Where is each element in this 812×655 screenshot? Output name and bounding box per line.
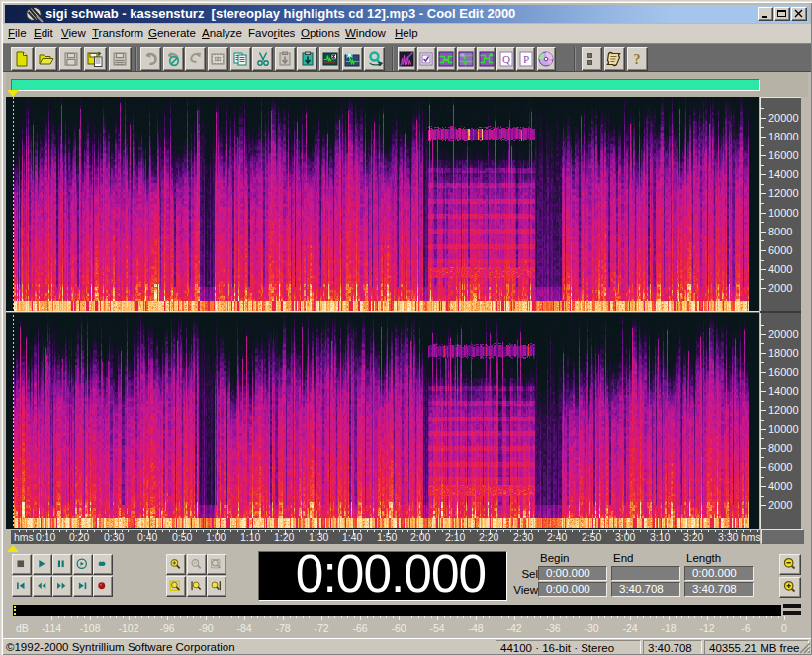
svg-text:P: P <box>523 53 529 65</box>
svg-text:?: ? <box>634 52 641 67</box>
svg-text:Q: Q <box>502 53 510 65</box>
